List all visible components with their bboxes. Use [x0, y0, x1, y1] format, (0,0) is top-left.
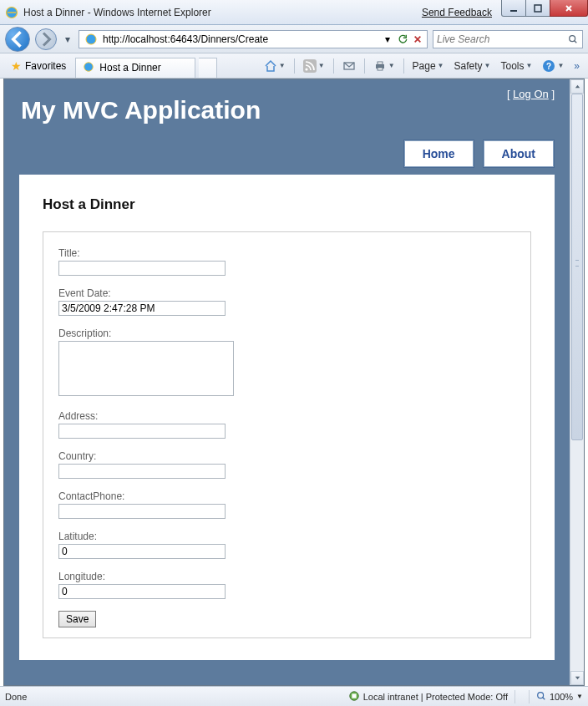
logon-area: [ Log On ] [507, 88, 555, 100]
window-titlebar: Host a Dinner - Windows Internet Explore… [0, 0, 588, 25]
window-buttons [502, 0, 588, 24]
refresh-button[interactable] [395, 32, 410, 47]
stop-button[interactable] [410, 32, 425, 47]
svg-rect-19 [378, 62, 383, 64]
scroll-up-button[interactable] [570, 79, 584, 94]
rss-icon [303, 59, 317, 73]
save-button[interactable]: Save [58, 611, 96, 627]
input-description[interactable] [58, 341, 234, 396]
label-title: Title: [58, 247, 515, 259]
svg-rect-24 [352, 693, 356, 698]
nav-home[interactable]: Home [403, 140, 474, 168]
tab-title: Host a Dinner [99, 62, 160, 74]
zone-icon [348, 690, 360, 703]
window-title: Host a Dinner - Windows Internet Explore… [23, 7, 211, 18]
logon-link[interactable]: Log On [513, 88, 549, 100]
tools-menu-label: Tools [500, 60, 524, 72]
zoom-value: 100% [550, 692, 573, 702]
tools-menu[interactable]: Tools▼ [497, 58, 535, 74]
label-latitude: Latitude: [58, 531, 515, 542]
home-icon [264, 59, 277, 73]
favorites-label: Favorites [25, 60, 66, 72]
favorites-button[interactable]: ★ Favorites [5, 57, 72, 75]
toolbar: ★ Favorites Host a Dinner ▼ ▼ ▼ Page▼ Sa… [0, 53, 588, 79]
new-tab-button[interactable] [199, 58, 217, 78]
app-title: My MVC Application [21, 96, 261, 124]
tab-page-icon [83, 61, 94, 75]
nav-about[interactable]: About [483, 140, 555, 168]
browser-tab[interactable]: Host a Dinner [75, 58, 195, 78]
label-address: Address: [58, 410, 515, 422]
close-button[interactable] [550, 0, 588, 17]
status-bar: Done Local intranet | Protected Mode: Of… [0, 686, 588, 706]
main-content: Host a Dinner Title: Event Date: Descrip… [19, 175, 555, 660]
page-heading: Host a Dinner [43, 196, 531, 213]
svg-line-13 [575, 40, 577, 43]
site-nav: Home About [4, 140, 570, 175]
search-box [433, 30, 583, 48]
input-address[interactable] [58, 424, 226, 439]
svg-point-14 [84, 62, 94, 71]
label-country: Country: [58, 450, 515, 462]
label-contact-phone: ContactPhone: [58, 490, 515, 502]
content-viewport: My MVC Application [ Log On ] Home About… [3, 79, 585, 686]
toolbar-expand[interactable]: » [570, 58, 583, 74]
page-icon [84, 33, 98, 46]
zoom-dropdown[interactable]: ▼ [576, 693, 583, 700]
status-zone: Local intranet | Protected Mode: Off [363, 692, 508, 702]
dinner-form: Title: Event Date: Description: Address: [43, 231, 531, 638]
svg-point-12 [570, 35, 575, 41]
address-dropdown[interactable]: ▾ [380, 32, 395, 47]
search-button[interactable] [565, 32, 580, 47]
read-mail-button[interactable] [339, 58, 359, 74]
scroll-track[interactable] [570, 94, 584, 671]
input-longitude[interactable] [58, 584, 226, 599]
nav-history-dropdown[interactable]: ▾ [62, 33, 74, 45]
help-button[interactable]: ?▼ [539, 58, 567, 74]
safety-menu-label: Safety [454, 60, 483, 72]
input-country[interactable] [58, 464, 226, 479]
star-icon: ★ [11, 59, 22, 73]
help-icon: ? [542, 59, 555, 73]
svg-text:?: ? [546, 62, 551, 71]
mail-icon [342, 59, 356, 73]
input-title[interactable] [58, 261, 226, 276]
zoom-icon [536, 691, 546, 703]
scroll-down-button[interactable] [570, 671, 584, 685]
ie-icon [5, 6, 18, 19]
svg-point-16 [305, 68, 307, 70]
svg-rect-20 [378, 68, 383, 70]
back-button[interactable] [5, 27, 30, 52]
page-body: My MVC Application [ Log On ] Home About… [4, 79, 570, 685]
minimize-button[interactable] [501, 0, 526, 17]
scroll-thumb[interactable] [571, 94, 583, 440]
feeds-button[interactable]: ▼ [300, 58, 328, 74]
input-contact-phone[interactable] [58, 504, 226, 519]
safety-menu[interactable]: Safety▼ [451, 58, 494, 74]
print-icon [373, 59, 387, 73]
send-feedback-link[interactable]: Send Feedback [422, 7, 492, 18]
search-input[interactable] [435, 33, 565, 46]
svg-point-25 [538, 692, 544, 698]
svg-rect-15 [303, 59, 317, 73]
svg-point-5 [86, 34, 96, 44]
svg-line-26 [543, 697, 545, 699]
label-longitude: Longitude: [58, 571, 515, 582]
navigation-bar: ▾ ▾ [0, 25, 588, 53]
page-menu[interactable]: Page▼ [409, 58, 448, 74]
vertical-scrollbar[interactable] [570, 79, 584, 685]
page-menu-label: Page [413, 60, 436, 72]
maximize-button[interactable] [525, 0, 550, 17]
status-text: Done [5, 692, 27, 702]
address-bar: ▾ [79, 30, 428, 48]
input-latitude[interactable] [58, 544, 226, 559]
print-button[interactable]: ▼ [370, 58, 398, 74]
label-event-date: Event Date: [58, 287, 515, 299]
address-input[interactable] [101, 32, 380, 47]
input-event-date[interactable] [58, 301, 226, 316]
label-description: Description: [58, 328, 515, 339]
home-button[interactable]: ▼ [261, 58, 289, 74]
svg-rect-2 [535, 5, 541, 12]
forward-button[interactable] [35, 28, 57, 50]
zoom-control[interactable]: 100% ▼ [536, 691, 583, 703]
